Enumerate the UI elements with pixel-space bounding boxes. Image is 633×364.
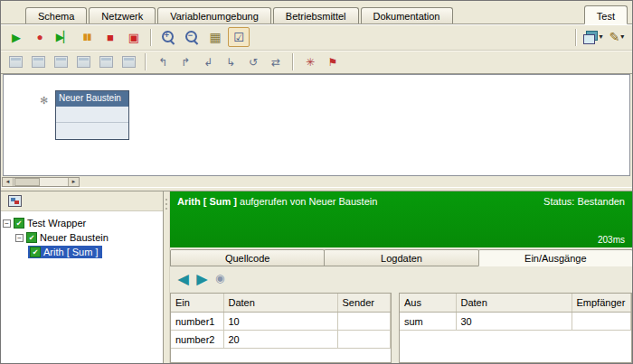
result-tab-bar: Quellcode Logdaten Ein/Ausgänge (170, 247, 632, 266)
panel-icon-5 (99, 56, 113, 68)
collapse-icon[interactable]: − (15, 234, 24, 242)
step-icon: ▶▏ (56, 32, 71, 42)
function-block-body (56, 107, 128, 139)
input-name-cell: number1 (171, 312, 223, 330)
zoom-in-button[interactable]: + (157, 27, 179, 47)
tab-ein-ausgaenge[interactable]: Ein/Ausgänge (478, 249, 633, 266)
panel-icon-2 (32, 56, 45, 68)
column-header: Ein (171, 294, 223, 312)
junction-icon: ✳ (306, 57, 315, 68)
grid-snap-toggle[interactable]: ☑ (228, 27, 250, 47)
column-header: Daten (456, 294, 572, 312)
test-hierarchy-button[interactable] (5, 192, 24, 210)
panel-icon-4 (77, 56, 90, 68)
test-result-panel: Arith [ Sum ] aufgerufen von Neuer Baust… (170, 191, 632, 363)
tab-test[interactable]: Test (584, 5, 628, 24)
edit-mode-button[interactable]: ✎▾ (606, 27, 628, 47)
tab-variablenumgebung[interactable]: Variablenumgebung (157, 7, 271, 23)
inputs-table-container: Ein Daten Sender number1 10 (170, 293, 392, 363)
snap-tool-button-5[interactable]: ↺ (243, 53, 263, 71)
run-button[interactable]: ▶ (5, 27, 27, 47)
grid-button[interactable]: ▦ (204, 27, 226, 47)
scrollbar-thumb[interactable] (14, 178, 40, 186)
zoom-out-button[interactable]: − (181, 27, 203, 47)
canvas-h-scrollbar[interactable]: ◄ ► (2, 177, 80, 187)
tree-item-arith-sum[interactable]: ✔ Arith [ Sum ] (3, 245, 161, 259)
stop-frame-icon: ▣ (128, 32, 139, 43)
zoom-out-icon: − (184, 30, 199, 44)
stop-icon: ■ (107, 32, 114, 43)
io-tables: Ein Daten Sender number1 10 (170, 290, 632, 363)
step-button[interactable]: ▶▏ (52, 27, 74, 47)
function-block-title: Neuer Baustein (56, 91, 128, 107)
scroll-right-icon[interactable]: ► (68, 178, 79, 186)
flag-tool-button[interactable]: ⚑ (323, 53, 343, 71)
collapse-icon[interactable]: − (3, 219, 11, 228)
selected-tree-item[interactable]: ✔ Arith [ Sum ] (28, 246, 102, 258)
table-header-row: Aus Daten Empfänger (400, 294, 631, 312)
tree-item-test-wrapper[interactable]: − ✔ Test Wrapper (3, 216, 161, 230)
pause-button[interactable]: ▮▮ (76, 27, 98, 47)
input-name-cell: number2 (171, 330, 223, 348)
panel-tool-button-5[interactable] (96, 53, 116, 71)
radio-marker-icon: ◉ (215, 272, 224, 285)
stop-frame-button[interactable]: ▣ (123, 27, 145, 47)
dropdown-icon: ▾ (620, 33, 624, 41)
tab-quellcode[interactable]: Quellcode (170, 249, 325, 266)
terminate-button[interactable]: ● (29, 27, 51, 47)
scroll-left-icon[interactable]: ◄ (3, 178, 14, 186)
function-block[interactable]: Neuer Baustein (55, 90, 129, 140)
table-row: number1 10 (171, 312, 391, 330)
run-toolbar: ▶ ● ▶▏ ▮▮ ■ ▣ + − ▦ ☑ ▾ ✎▾ (1, 24, 632, 51)
panel-tool-button-6[interactable] (118, 53, 138, 71)
panel-tool-button-3[interactable] (51, 53, 71, 71)
flag-icon: ⚑ (328, 57, 338, 68)
passed-checkbox-icon[interactable]: ✔ (26, 232, 37, 243)
tree-item-neuer-baustein[interactable]: − ✔ Neuer Baustein (3, 230, 161, 245)
snap-tool-button-1[interactable]: ↰ (153, 53, 173, 71)
view-layers-button[interactable]: ▾ (582, 27, 604, 47)
snap-tool-button-3[interactable]: ↲ (198, 53, 218, 71)
result-block-name: Arith [ Sum ] (177, 196, 237, 207)
tab-betriebsmittel[interactable]: Betriebsmittel (273, 7, 359, 23)
passed-checkbox-icon[interactable]: ✔ (30, 247, 41, 257)
snap-tool-button-6[interactable]: ⇄ (266, 53, 286, 71)
tab-schema[interactable]: Schema (25, 7, 87, 23)
test-tree: − ✔ Test Wrapper − ✔ Neuer Baustein ✔ Ar… (1, 211, 163, 363)
tree-item-label: Arith [ Sum ] (43, 247, 99, 257)
column-header: Empfänger (572, 294, 631, 312)
column-header: Daten (223, 294, 337, 312)
scrollbar-track[interactable] (14, 178, 68, 186)
tab-logdaten[interactable]: Logdaten (324, 249, 478, 266)
toolbar-separator (292, 53, 294, 70)
toolbar-separator (575, 29, 577, 46)
passed-checkbox-icon[interactable]: ✔ (14, 218, 24, 229)
toolbar-separator (150, 29, 152, 46)
tab-dokumentation[interactable]: Dokumentation (361, 7, 453, 23)
application-window: Schema Netzwerk Variablenumgebung Betrie… (0, 0, 633, 364)
previous-step-button[interactable]: ◀ (178, 272, 189, 285)
outputs-table: Aus Daten Empfänger sum 30 (400, 294, 631, 331)
terminate-icon: ● (36, 32, 43, 42)
tab-netzwerk[interactable]: Netzwerk (89, 7, 156, 23)
input-sender-cell (337, 330, 391, 348)
grid-check-icon: ☑ (233, 32, 244, 43)
run-icon: ▶ (12, 32, 21, 43)
pencil-icon: ✎ (609, 31, 620, 43)
toolbar-separator (145, 53, 146, 70)
column-header: Aus (400, 294, 456, 312)
result-title: Arith [ Sum ] aufgerufen von Neuer Baust… (177, 196, 377, 207)
gear-icon: ✻ (40, 95, 48, 107)
panel-tool-button-1[interactable] (5, 53, 25, 71)
stop-button[interactable]: ■ (99, 27, 121, 47)
test-tree-panel: − ✔ Test Wrapper − ✔ Neuer Baustein ✔ Ar… (1, 191, 164, 363)
panel-tool-button-2[interactable] (28, 53, 48, 71)
junction-tool-button[interactable]: ✳ (300, 53, 320, 71)
canvas-scroll-strip: ◄ ► (1, 176, 632, 187)
next-step-button[interactable]: ▶ (197, 272, 208, 285)
schema-canvas[interactable]: ✻ Neuer Baustein (3, 74, 630, 176)
snap-tool-button-2[interactable]: ↱ (175, 53, 195, 71)
vertical-splitter[interactable] (164, 191, 170, 363)
snap-tool-button-4[interactable]: ↳ (221, 53, 241, 71)
panel-tool-button-4[interactable] (73, 53, 93, 71)
